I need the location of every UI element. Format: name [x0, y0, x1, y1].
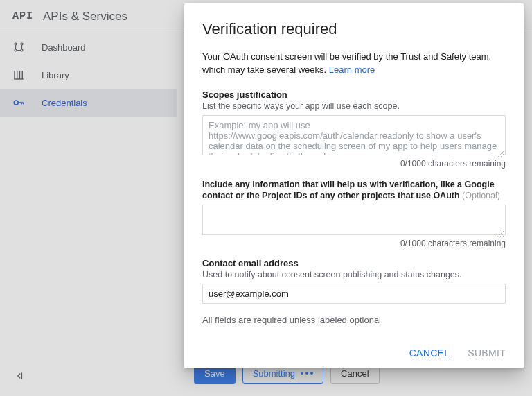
modal-submit-button[interactable]: SUBMIT: [468, 347, 506, 359]
scopes-label: Scopes justification: [202, 89, 506, 100]
extra-info-counter: 0/1000 characters remaining: [202, 239, 506, 248]
modal-description: Your OAuth consent screen will be verifi…: [202, 51, 506, 77]
scopes-textarea[interactable]: [202, 115, 506, 155]
email-label: Contact email address: [202, 258, 506, 268]
extra-info-field: Include any information that will help u…: [202, 178, 506, 249]
scopes-counter: 0/1000 characters remaining: [202, 159, 506, 169]
email-field-group: Contact email address Used to notify abo…: [202, 258, 506, 304]
verification-modal: Verification required Your OAuth consent…: [184, 3, 524, 368]
modal-title: Verification required: [202, 20, 506, 38]
scopes-field: Scopes justification List the specific w…: [202, 89, 506, 169]
email-input[interactable]: [202, 284, 506, 304]
extra-info-textarea[interactable]: [202, 205, 506, 235]
modal-actions: CANCEL SUBMIT: [202, 342, 506, 359]
modal-cancel-button[interactable]: CANCEL: [409, 347, 450, 359]
modal-footnote: All fields are required unless labeled o…: [202, 315, 506, 325]
learn-more-link[interactable]: Learn more: [329, 64, 375, 75]
email-sublabel: Used to notify about consent screen publ…: [202, 269, 506, 281]
scopes-sublabel: List the specific ways your app will use…: [202, 101, 506, 112]
extra-info-label: Include any information that will help u…: [202, 179, 506, 203]
